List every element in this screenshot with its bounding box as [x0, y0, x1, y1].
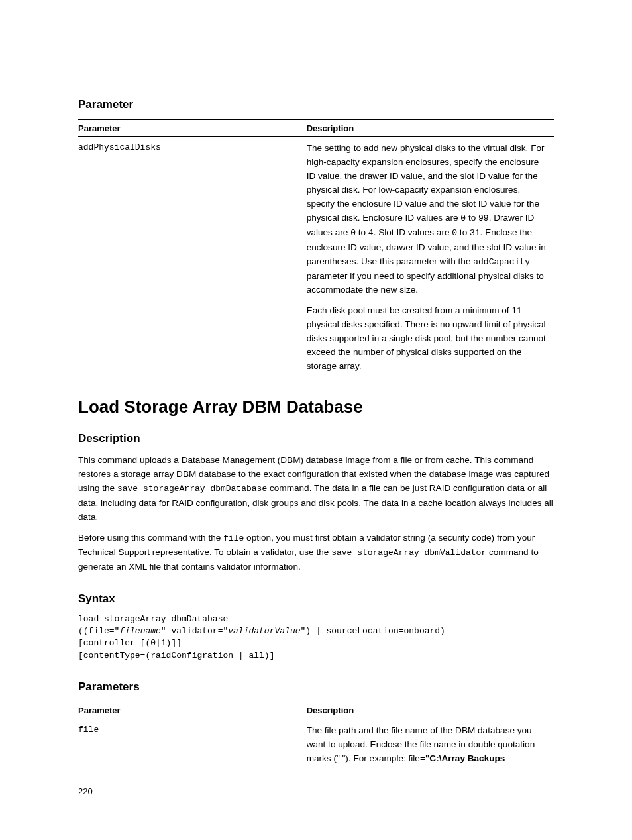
table-row: addPhysicalDisks The setting to add new … — [78, 137, 554, 379]
param-name: file — [78, 719, 307, 769]
param-desc: The file path and the file name of the D… — [307, 719, 554, 769]
syntax-heading: Syntax — [78, 592, 554, 605]
col-parameter: Parameter — [78, 702, 307, 719]
param-desc: The setting to add new physical disks to… — [307, 137, 554, 379]
desc-paragraph-1: The setting to add new physical disks to… — [307, 141, 550, 297]
description-paragraph-1: This command uploads a Database Manageme… — [78, 453, 554, 523]
parameters-table-2: Parameter Description file The file path… — [78, 702, 554, 769]
description-paragraph-2: Before using this command with the file … — [78, 531, 554, 574]
desc-paragraph-2: Each disk pool must be created from a mi… — [307, 303, 550, 373]
parameter-heading: Parameter — [78, 98, 554, 111]
parameters-heading: Parameters — [78, 680, 554, 694]
table-row: file The file path and the file name of … — [78, 719, 554, 769]
col-parameter: Parameter — [78, 120, 307, 137]
page-number: 220 — [78, 786, 93, 796]
param-name: addPhysicalDisks — [78, 137, 307, 379]
col-description: Description — [307, 120, 554, 137]
description-heading: Description — [78, 432, 554, 445]
page: Parameter Parameter Description addPhysi… — [0, 0, 632, 840]
main-heading: Load Storage Array DBM Database — [78, 397, 554, 417]
col-description: Description — [307, 702, 554, 719]
parameter-table-1: Parameter Description addPhysicalDisks T… — [78, 119, 554, 378]
syntax-code: load storageArray dbmDatabase ((file="fi… — [78, 613, 554, 662]
